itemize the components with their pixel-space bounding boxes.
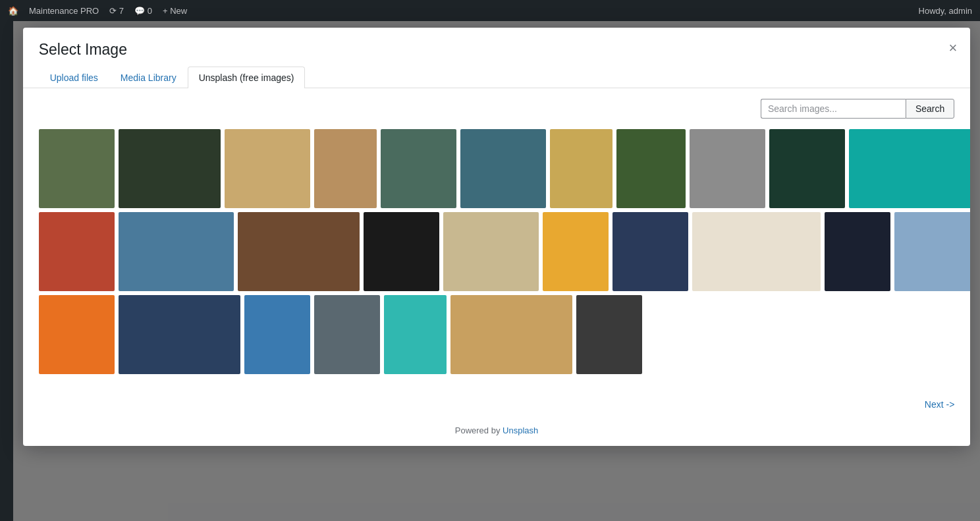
comments-icon: 💬 [134,6,145,16]
admin-bar-left: 🏠 Maintenance PRO ⟳ 7 💬 0 + New [8,6,187,16]
updates-count: 7 [119,6,124,16]
howdy-text: Howdy, admin [919,6,972,16]
comments-indicator[interactable]: 💬 0 [134,6,152,16]
admin-bar-right: Howdy, admin [919,6,972,16]
updates-indicator[interactable]: ⟳ 7 [109,6,124,16]
site-name[interactable]: Maintenance PRO [29,6,99,16]
updates-icon: ⟳ [109,6,117,16]
admin-bar: 🏠 Maintenance PRO ⟳ 7 💬 0 + New Howdy, a… [0,0,980,21]
new-post-button[interactable]: + New [163,6,187,16]
comments-count: 0 [148,6,152,16]
site-icon[interactable]: 🏠 [8,6,18,16]
